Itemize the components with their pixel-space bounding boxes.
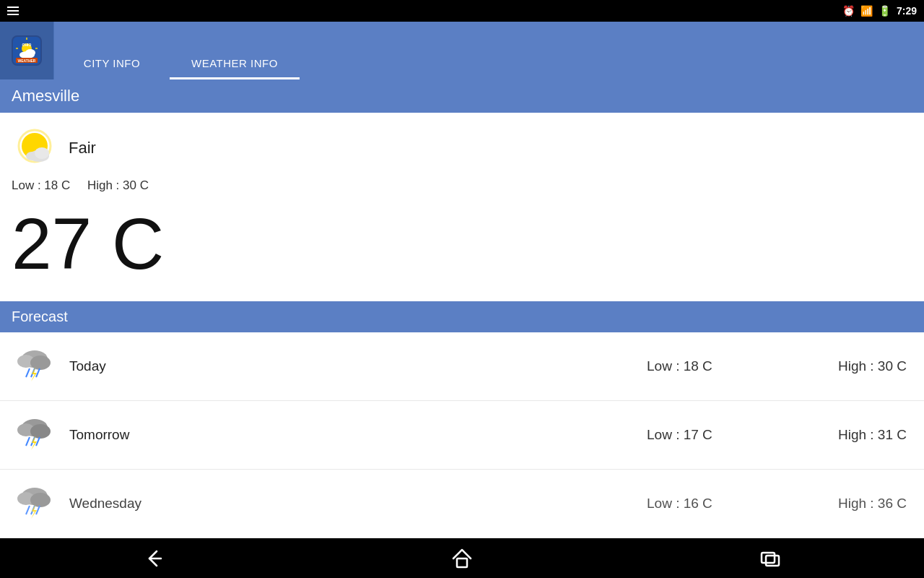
app-logo: OHIO WEATHER <box>0 22 54 79</box>
fair-weather-icon <box>12 124 58 171</box>
forecast-list: Today Low : 18 C High : 30 C Tomorrow Lo… <box>0 332 924 538</box>
svg-line-27 <box>26 437 30 446</box>
forecast-bar: Forecast <box>0 301 924 332</box>
home-button[interactable] <box>433 544 491 573</box>
storm-icon-wednesday <box>12 478 58 525</box>
clock-time: 7:29 <box>897 5 917 17</box>
storm-icon-today <box>12 341 58 388</box>
forecast-day-tomorrow: Tomorrow <box>69 427 647 443</box>
svg-text:WEATHER: WEATHER <box>18 59 36 63</box>
current-temp: 27 C <box>12 207 912 280</box>
home-icon <box>450 547 474 570</box>
svg-line-34 <box>26 506 30 514</box>
city-bar: Amesville <box>0 79 924 113</box>
weather-condition-row: Fair <box>12 124 912 171</box>
recents-icon <box>759 547 782 570</box>
tab-city-info-label: CITY INFO <box>84 57 140 69</box>
svg-text:OHIO: OHIO <box>22 43 32 47</box>
forecast-high-wednesday: High : 36 C <box>777 496 907 512</box>
forecast-icon-today <box>12 341 62 392</box>
weather-icon-main <box>12 124 58 171</box>
weather-main: Fair Low : 18 C High : 30 C 27 C <box>0 113 924 301</box>
nav-bar: OHIO WEATHER CITY INFO WEATHER INFO <box>0 22 924 79</box>
forecast-item-today: Today Low : 18 C High : 30 C <box>0 332 924 401</box>
svg-point-26 <box>30 424 51 439</box>
nav-tabs: CITY INFO WEATHER INFO <box>54 22 300 79</box>
logo-icon: OHIO WEATHER <box>12 35 42 66</box>
forecast-day-today: Today <box>69 358 647 374</box>
tab-city-info-indicator <box>54 77 170 79</box>
tab-weather-info[interactable]: WEATHER INFO <box>170 22 300 79</box>
forecast-day-wednesday: Wednesday <box>69 496 647 512</box>
forecast-high-tomorrow: High : 31 C <box>777 427 907 443</box>
city-name: Amesville <box>12 87 79 105</box>
svg-point-16 <box>35 147 49 159</box>
back-button[interactable] <box>125 544 183 573</box>
svg-point-33 <box>30 493 51 507</box>
svg-rect-40 <box>762 553 775 563</box>
temp-high: High : 30 C <box>87 178 149 192</box>
tab-city-info[interactable]: CITY INFO <box>54 22 170 79</box>
bottom-bar <box>0 538 924 578</box>
forecast-title: Forecast <box>12 309 68 324</box>
status-bar: ⏰ 📶 🔋 7:29 <box>0 0 924 22</box>
condition-label: Fair <box>69 139 96 158</box>
forecast-item-tomorrow: Tomorrow Low : 17 C High : 31 C <box>0 401 924 470</box>
alarm-icon: ⏰ <box>842 5 855 17</box>
svg-rect-39 <box>457 558 467 567</box>
recents-button[interactable] <box>741 544 799 573</box>
svg-line-20 <box>26 368 30 377</box>
temp-low: Low : 18 C <box>12 178 70 192</box>
menu-icon <box>7 7 19 15</box>
ohio-weather-logo-svg: OHIO WEATHER <box>13 37 40 64</box>
status-bar-right: ⏰ 📶 🔋 7:29 <box>842 5 917 17</box>
svg-rect-41 <box>766 556 779 566</box>
tab-weather-info-label: WEATHER INFO <box>191 57 278 69</box>
forecast-high-today: High : 30 C <box>777 358 907 374</box>
svg-point-8 <box>25 49 35 56</box>
temp-range: Low : 18 C High : 30 C <box>12 178 912 193</box>
forecast-icon-tomorrow <box>12 410 62 460</box>
forecast-item-wednesday: Wednesday Low : 16 C High : 36 C <box>0 470 924 538</box>
status-bar-left <box>7 7 19 15</box>
forecast-low-wednesday: Low : 16 C <box>647 496 777 512</box>
battery-icon: 🔋 <box>879 5 891 17</box>
wifi-icon: 📶 <box>860 5 873 17</box>
svg-point-19 <box>30 355 51 370</box>
forecast-low-tomorrow: Low : 17 C <box>647 427 777 443</box>
forecast-icon-wednesday <box>12 478 62 529</box>
storm-icon-tomorrow <box>12 410 58 457</box>
forecast-low-today: Low : 18 C <box>647 358 777 374</box>
tab-weather-info-indicator <box>170 77 300 79</box>
back-icon <box>142 547 165 570</box>
